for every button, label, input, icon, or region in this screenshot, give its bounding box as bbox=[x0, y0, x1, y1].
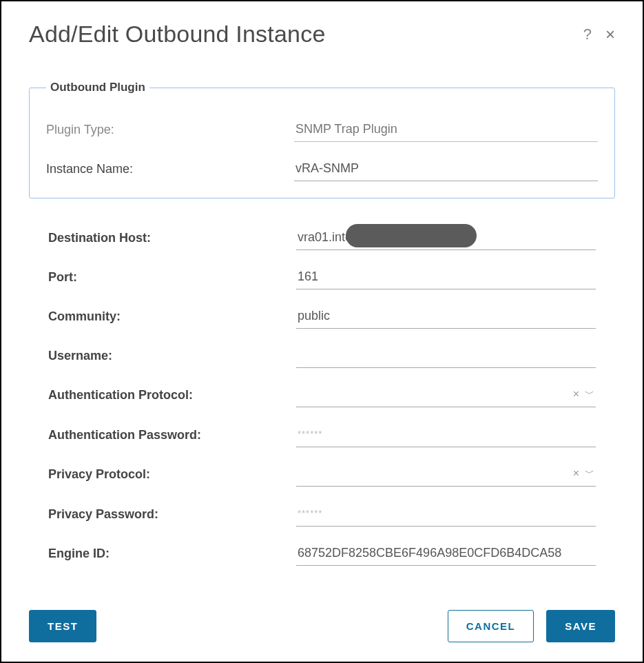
row-port: Port: bbox=[48, 257, 596, 296]
row-instance-name: Instance Name: bbox=[46, 149, 598, 188]
field-destination-host bbox=[296, 226, 596, 250]
field-auth-password: ****** bbox=[296, 422, 596, 447]
port-input[interactable] bbox=[296, 265, 596, 289]
titlebar-right: ? × bbox=[583, 25, 615, 44]
plugin-type-value: SNMP Trap Plugin bbox=[294, 118, 598, 142]
auth-protocol-select-icons: × ﹀ bbox=[573, 388, 594, 400]
dialog-frame: Add/Edit Outbound Instance ? × Outbound … bbox=[0, 0, 644, 663]
chevron-down-icon[interactable]: ﹀ bbox=[585, 467, 594, 480]
field-auth-protocol: × ﹀ bbox=[296, 383, 596, 407]
priv-protocol-select[interactable] bbox=[296, 462, 596, 487]
cancel-button[interactable]: CANCEL bbox=[448, 610, 534, 642]
footer-right: CANCEL SAVE bbox=[448, 610, 615, 642]
label-username: Username: bbox=[48, 349, 296, 363]
test-button[interactable]: TEST bbox=[29, 610, 96, 642]
row-auth-protocol: Authentication Protocol: × ﹀ bbox=[48, 375, 596, 414]
field-priv-password: ****** bbox=[296, 502, 596, 527]
dialog-footer: TEST CANCEL SAVE bbox=[29, 610, 615, 642]
label-instance-name: Instance Name: bbox=[46, 162, 294, 176]
clear-icon[interactable]: × bbox=[573, 467, 579, 480]
label-auth-protocol: Authentication Protocol: bbox=[48, 388, 296, 402]
destination-host-input[interactable] bbox=[296, 226, 596, 250]
field-priv-protocol: × ﹀ bbox=[296, 462, 596, 487]
instance-name-input[interactable] bbox=[294, 157, 598, 181]
save-button[interactable]: SAVE bbox=[546, 610, 615, 642]
settings-section: Destination Host: Port: Community: Usern… bbox=[29, 212, 615, 573]
chevron-down-icon[interactable]: ﹀ bbox=[585, 388, 594, 400]
row-engine-id: Engine ID: bbox=[48, 533, 596, 573]
label-port: Port: bbox=[48, 270, 296, 285]
field-community bbox=[296, 305, 596, 329]
row-auth-password: Authentication Password: ****** bbox=[48, 414, 596, 454]
field-username bbox=[296, 344, 596, 368]
engine-id-input[interactable] bbox=[296, 542, 596, 566]
close-icon[interactable]: × bbox=[605, 25, 615, 44]
field-engine-id bbox=[296, 542, 596, 566]
row-priv-password: Privacy Password: ****** bbox=[48, 493, 596, 533]
priv-protocol-select-icons: × ﹀ bbox=[573, 467, 594, 480]
label-priv-protocol: Privacy Protocol: bbox=[48, 467, 296, 482]
field-port bbox=[296, 265, 596, 289]
label-auth-password: Authentication Password: bbox=[48, 428, 296, 442]
row-username: Username: bbox=[48, 336, 596, 375]
clear-icon[interactable]: × bbox=[573, 388, 579, 400]
label-plugin-type: Plugin Type: bbox=[46, 123, 294, 137]
help-icon[interactable]: ? bbox=[583, 26, 592, 43]
field-instance-name bbox=[294, 157, 598, 181]
row-destination-host: Destination Host: bbox=[48, 218, 596, 257]
auth-password-input[interactable]: ****** bbox=[296, 422, 596, 447]
label-priv-password: Privacy Password: bbox=[48, 507, 296, 522]
dialog-titlebar: Add/Edit Outbound Instance ? × bbox=[29, 21, 615, 48]
row-plugin-type: Plugin Type: SNMP Trap Plugin bbox=[46, 110, 598, 149]
label-engine-id: Engine ID: bbox=[48, 547, 296, 561]
row-community: Community: bbox=[48, 296, 596, 336]
label-destination-host: Destination Host: bbox=[48, 231, 296, 245]
outbound-plugin-legend: Outbound Plugin bbox=[46, 81, 149, 94]
username-input[interactable] bbox=[296, 344, 596, 368]
auth-protocol-select[interactable] bbox=[296, 383, 596, 407]
row-priv-protocol: Privacy Protocol: × ﹀ bbox=[48, 454, 596, 493]
label-community: Community: bbox=[48, 309, 296, 324]
outbound-plugin-group: Outbound Plugin Plugin Type: SNMP Trap P… bbox=[29, 81, 615, 198]
community-input[interactable] bbox=[296, 305, 596, 329]
dialog-title: Add/Edit Outbound Instance bbox=[29, 21, 326, 48]
priv-password-input[interactable]: ****** bbox=[296, 502, 596, 527]
field-plugin-type: SNMP Trap Plugin bbox=[294, 118, 598, 142]
